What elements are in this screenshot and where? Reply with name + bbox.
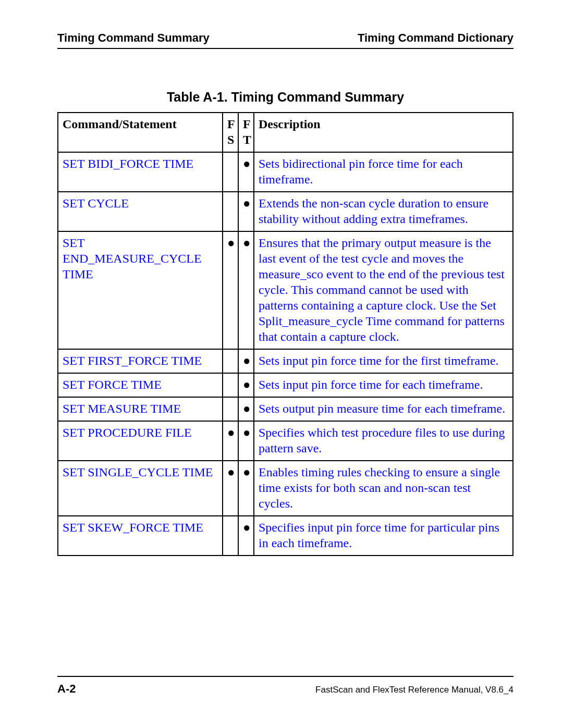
command-link[interactable]: SET BIDI_FORCE TIME [63,157,193,170]
page-footer: A-2 FastScan and FlexTest Reference Manu… [57,676,513,696]
fs-mark: ● [223,421,238,461]
ft-mark: ● [238,192,254,231]
description-cell: Sets input pin force time for each timef… [254,373,513,397]
col-header-description: Description [254,113,513,152]
table-row: SET FORCE TIME●Sets input pin force time… [58,373,513,397]
fs-mark [223,373,238,397]
table-caption: Table A-1. Timing Command Summary [57,90,513,105]
command-link[interactable]: SET FORCE TIME [63,378,162,391]
command-cell: SET END_MEASURE_CYCLE TIME [58,231,223,349]
command-link[interactable]: SET MEASURE TIME [63,402,181,415]
fs-mark [223,349,238,373]
ft-mark: ● [238,373,254,397]
description-cell: Extends the non-scan cycle duration to e… [254,192,513,231]
description-cell: Specifies which test procedure files to … [254,421,513,461]
ft-mark: ● [238,397,254,421]
description-cell: Sets input pin force time for the first … [254,349,513,373]
command-cell: SET PROCEDURE FILE [58,421,223,461]
description-cell: Sets output pin measure time for each ti… [254,397,513,421]
ft-mark: ● [238,231,254,349]
command-cell: SET CYCLE [58,192,223,231]
col-header-fs: F S [223,113,238,152]
table-row: SET PROCEDURE FILE●●Specifies which test… [58,421,513,461]
ft-mark: ● [238,461,254,516]
command-cell: SET MEASURE TIME [58,397,223,421]
timing-command-summary-table: Command/Statement F S F T Description SE… [57,112,513,556]
col-header-fs-bot: S [227,133,234,146]
command-link[interactable]: SET SKEW_FORCE TIME [63,521,203,534]
table-header-row: Command/Statement F S F T Description [58,113,513,152]
table-row: SET BIDI_FORCE TIME●Sets bidirectional p… [58,152,513,192]
fs-mark [223,397,238,421]
col-header-command: Command/Statement [58,113,223,152]
command-cell: SET BIDI_FORCE TIME [58,152,223,192]
running-head-left: Timing Command Summary [57,31,210,45]
running-head: Timing Command Summary Timing Command Di… [57,31,513,49]
command-cell: SET SKEW_FORCE TIME [58,516,223,556]
fs-mark: ● [223,461,238,516]
command-link[interactable]: SET SINGLE_CYCLE TIME [63,465,213,479]
command-cell: SET FIRST_FORCE TIME [58,349,223,373]
command-link[interactable]: SET PROCEDURE FILE [63,426,192,439]
manual-reference: FastScan and FlexTest Reference Manual, … [315,685,513,695]
col-header-ft-top: F [243,117,251,131]
col-header-fs-top: F [227,117,235,131]
fs-mark [223,516,238,556]
col-header-ft: F T [238,113,254,152]
table-row: SET SINGLE_CYCLE TIME●●Enables timing ru… [58,461,513,516]
description-cell: Enables timing rules checking to ensure … [254,461,513,516]
col-header-ft-bot: T [243,133,251,146]
fs-mark [223,192,238,231]
description-cell: Ensures that the primary output measure … [254,231,513,349]
table-row: SET END_MEASURE_CYCLE TIME●●Ensures that… [58,231,513,349]
ft-mark: ● [238,421,254,461]
table-row: SET MEASURE TIME●Sets output pin measure… [58,397,513,421]
description-cell: Specifies input pin force time for parti… [254,516,513,556]
page-number: A-2 [57,682,76,696]
description-cell: Sets bidirectional pin force time for ea… [254,152,513,192]
ft-mark: ● [238,152,254,192]
ft-mark: ● [238,349,254,373]
command-cell: SET FORCE TIME [58,373,223,397]
ft-mark: ● [238,516,254,556]
command-link[interactable]: SET CYCLE [63,196,129,210]
running-head-right: Timing Command Dictionary [358,31,513,45]
command-link[interactable]: SET FIRST_FORCE TIME [63,354,202,367]
command-link[interactable]: SET END_MEASURE_CYCLE TIME [63,236,202,281]
fs-mark: ● [223,231,238,349]
command-cell: SET SINGLE_CYCLE TIME [58,461,223,516]
table-row: SET SKEW_FORCE TIME●Specifies input pin … [58,516,513,556]
table-row: SET FIRST_FORCE TIME●Sets input pin forc… [58,349,513,373]
fs-mark [223,152,238,192]
table-row: SET CYCLE●Extends the non-scan cycle dur… [58,192,513,231]
